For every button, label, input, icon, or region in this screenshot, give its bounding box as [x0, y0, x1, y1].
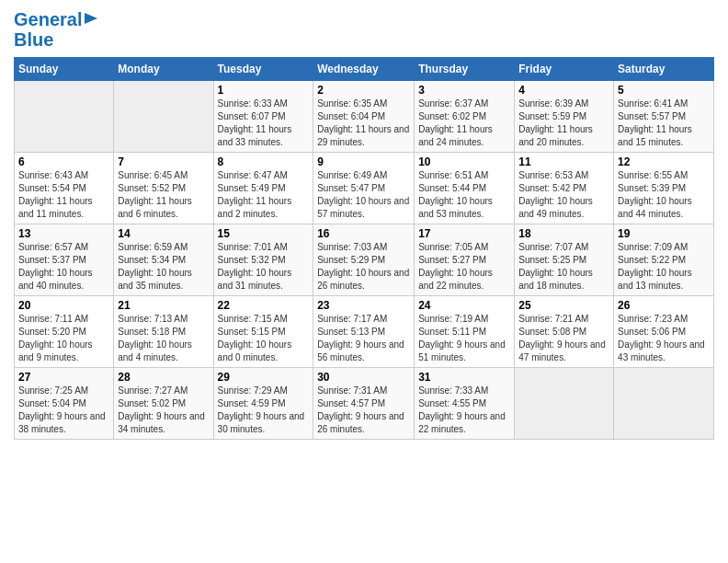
- weekday-header-cell: Thursday: [415, 58, 515, 81]
- day-info: Sunrise: 6:37 AMSunset: 6:02 PMDaylight:…: [418, 98, 493, 147]
- day-info: Sunrise: 7:17 AMSunset: 5:13 PMDaylight:…: [317, 314, 404, 362]
- calendar-cell: 20 Sunrise: 7:11 AMSunset: 5:20 PMDaylig…: [15, 296, 114, 368]
- logo-blue: Blue: [14, 29, 99, 50]
- calendar-cell: 16 Sunrise: 7:03 AMSunset: 5:29 PMDaylig…: [313, 224, 415, 296]
- calendar-week-row: 1 Sunrise: 6:33 AMSunset: 6:07 PMDayligh…: [15, 81, 714, 153]
- day-number: 20: [18, 299, 109, 312]
- day-number: 30: [317, 371, 410, 384]
- calendar-table: SundayMondayTuesdayWednesdayThursdayFrid…: [14, 57, 714, 440]
- day-info: Sunrise: 6:57 AMSunset: 5:37 PMDaylight:…: [18, 242, 93, 291]
- day-number: 23: [317, 299, 410, 312]
- day-info: Sunrise: 7:19 AMSunset: 5:11 PMDaylight:…: [418, 314, 506, 362]
- day-number: 13: [18, 227, 109, 240]
- calendar-cell: 6 Sunrise: 6:43 AMSunset: 5:54 PMDayligh…: [15, 153, 114, 224]
- page-container: General Blue SundayMondayTuesdayWednesda…: [0, 0, 728, 444]
- calendar-cell: 27 Sunrise: 7:25 AMSunset: 5:04 PMDaylig…: [15, 368, 114, 440]
- day-info: Sunrise: 7:03 AMSunset: 5:29 PMDaylight:…: [317, 242, 409, 291]
- day-info: Sunrise: 6:33 AMSunset: 6:07 PMDaylight:…: [218, 98, 292, 147]
- day-info: Sunrise: 7:07 AMSunset: 5:25 PMDaylight:…: [518, 242, 593, 291]
- day-number: 17: [418, 227, 510, 240]
- calendar-cell: [614, 368, 714, 440]
- logo: General Blue: [14, 9, 99, 50]
- day-info: Sunrise: 7:23 AMSunset: 5:06 PMDaylight:…: [618, 314, 705, 362]
- day-number: 29: [218, 371, 310, 384]
- day-number: 27: [18, 371, 109, 384]
- day-number: 15: [218, 227, 310, 240]
- calendar-cell: 19 Sunrise: 7:09 AMSunset: 5:22 PMDaylig…: [614, 224, 714, 296]
- calendar-cell: [15, 81, 114, 153]
- calendar-week-row: 6 Sunrise: 6:43 AMSunset: 5:54 PMDayligh…: [15, 153, 714, 224]
- day-info: Sunrise: 7:29 AMSunset: 4:59 PMDaylight:…: [218, 385, 305, 434]
- day-info: Sunrise: 6:39 AMSunset: 5:59 PMDaylight:…: [518, 98, 593, 147]
- day-info: Sunrise: 7:11 AMSunset: 5:20 PMDaylight:…: [18, 314, 93, 362]
- day-number: 14: [118, 227, 209, 240]
- day-number: 18: [518, 227, 609, 240]
- day-info: Sunrise: 7:27 AMSunset: 5:02 PMDaylight:…: [118, 385, 205, 434]
- logo-general: General: [14, 9, 82, 29]
- calendar-cell: 28 Sunrise: 7:27 AMSunset: 5:02 PMDaylig…: [114, 368, 213, 440]
- day-number: 16: [317, 227, 410, 240]
- calendar-cell: 17 Sunrise: 7:05 AMSunset: 5:27 PMDaylig…: [415, 224, 515, 296]
- calendar-cell: 11 Sunrise: 6:53 AMSunset: 5:42 PMDaylig…: [515, 153, 614, 224]
- day-number: 10: [418, 155, 510, 168]
- day-number: 25: [518, 299, 609, 312]
- calendar-cell: 23 Sunrise: 7:17 AMSunset: 5:13 PMDaylig…: [313, 296, 415, 368]
- weekday-header-cell: Friday: [515, 58, 614, 81]
- day-info: Sunrise: 7:05 AMSunset: 5:27 PMDaylight:…: [418, 242, 493, 291]
- day-number: 5: [618, 84, 710, 97]
- day-number: 22: [218, 299, 310, 312]
- day-info: Sunrise: 7:33 AMSunset: 4:55 PMDaylight:…: [418, 385, 506, 434]
- day-number: 31: [418, 371, 510, 384]
- calendar-cell: 22 Sunrise: 7:15 AMSunset: 5:15 PMDaylig…: [213, 296, 313, 368]
- day-info: Sunrise: 7:15 AMSunset: 5:15 PMDaylight:…: [218, 314, 292, 362]
- day-info: Sunrise: 6:53 AMSunset: 5:42 PMDaylight:…: [518, 170, 593, 219]
- day-number: 28: [118, 371, 209, 384]
- calendar-body: 1 Sunrise: 6:33 AMSunset: 6:07 PMDayligh…: [15, 81, 714, 440]
- calendar-cell: 25 Sunrise: 7:21 AMSunset: 5:08 PMDaylig…: [515, 296, 614, 368]
- day-number: 7: [118, 155, 209, 168]
- weekday-header-row: SundayMondayTuesdayWednesdayThursdayFrid…: [15, 58, 714, 81]
- calendar-cell: 30 Sunrise: 7:31 AMSunset: 4:57 PMDaylig…: [313, 368, 415, 440]
- day-info: Sunrise: 6:51 AMSunset: 5:44 PMDaylight:…: [418, 170, 493, 219]
- page-header: General Blue: [14, 9, 714, 50]
- calendar-week-row: 13 Sunrise: 6:57 AMSunset: 5:37 PMDaylig…: [15, 224, 714, 296]
- day-info: Sunrise: 7:21 AMSunset: 5:08 PMDaylight:…: [518, 314, 606, 362]
- calendar-cell: 8 Sunrise: 6:47 AMSunset: 5:49 PMDayligh…: [213, 153, 313, 224]
- weekday-header-cell: Sunday: [15, 58, 114, 81]
- calendar-cell: 1 Sunrise: 6:33 AMSunset: 6:07 PMDayligh…: [213, 81, 313, 153]
- calendar-cell: 26 Sunrise: 7:23 AMSunset: 5:06 PMDaylig…: [614, 296, 714, 368]
- calendar-cell: 24 Sunrise: 7:19 AMSunset: 5:11 PMDaylig…: [415, 296, 515, 368]
- day-info: Sunrise: 7:25 AMSunset: 5:04 PMDaylight:…: [18, 385, 106, 434]
- day-number: 1: [218, 84, 310, 97]
- calendar-cell: 3 Sunrise: 6:37 AMSunset: 6:02 PMDayligh…: [415, 81, 515, 153]
- day-info: Sunrise: 6:49 AMSunset: 5:47 PMDaylight:…: [317, 170, 409, 219]
- weekday-header-cell: Monday: [114, 58, 213, 81]
- calendar-cell: 5 Sunrise: 6:41 AMSunset: 5:57 PMDayligh…: [614, 81, 714, 153]
- day-info: Sunrise: 7:13 AMSunset: 5:18 PMDaylight:…: [118, 314, 192, 362]
- day-info: Sunrise: 6:41 AMSunset: 5:57 PMDaylight:…: [618, 98, 692, 147]
- day-number: 26: [618, 299, 710, 312]
- calendar-cell: 18 Sunrise: 7:07 AMSunset: 5:25 PMDaylig…: [515, 224, 614, 296]
- calendar-cell: 9 Sunrise: 6:49 AMSunset: 5:47 PMDayligh…: [313, 153, 415, 224]
- day-number: 3: [418, 84, 510, 97]
- calendar-cell: 15 Sunrise: 7:01 AMSunset: 5:32 PMDaylig…: [213, 224, 313, 296]
- calendar-week-row: 20 Sunrise: 7:11 AMSunset: 5:20 PMDaylig…: [15, 296, 714, 368]
- calendar-cell: 31 Sunrise: 7:33 AMSunset: 4:55 PMDaylig…: [415, 368, 515, 440]
- day-number: 4: [518, 84, 609, 97]
- calendar-week-row: 27 Sunrise: 7:25 AMSunset: 5:04 PMDaylig…: [15, 368, 714, 440]
- calendar-cell: 12 Sunrise: 6:55 AMSunset: 5:39 PMDaylig…: [614, 153, 714, 224]
- day-number: 12: [618, 155, 710, 168]
- day-info: Sunrise: 7:09 AMSunset: 5:22 PMDaylight:…: [618, 242, 692, 291]
- calendar-cell: 7 Sunrise: 6:45 AMSunset: 5:52 PMDayligh…: [114, 153, 213, 224]
- day-number: 19: [618, 227, 710, 240]
- day-info: Sunrise: 6:47 AMSunset: 5:49 PMDaylight:…: [218, 170, 292, 219]
- calendar-cell: [114, 81, 213, 153]
- day-number: 11: [518, 155, 609, 168]
- svg-marker-0: [85, 13, 97, 24]
- day-info: Sunrise: 6:35 AMSunset: 6:04 PMDaylight:…: [317, 98, 409, 147]
- day-info: Sunrise: 6:45 AMSunset: 5:52 PMDaylight:…: [118, 170, 192, 219]
- calendar-cell: 10 Sunrise: 6:51 AMSunset: 5:44 PMDaylig…: [415, 153, 515, 224]
- weekday-header-cell: Saturday: [614, 58, 714, 81]
- calendar-cell: 21 Sunrise: 7:13 AMSunset: 5:18 PMDaylig…: [114, 296, 213, 368]
- day-info: Sunrise: 7:01 AMSunset: 5:32 PMDaylight:…: [218, 242, 292, 291]
